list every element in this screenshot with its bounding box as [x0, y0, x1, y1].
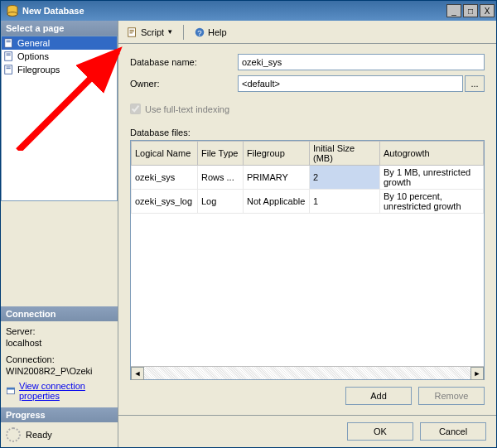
scroll-track[interactable] — [144, 367, 470, 379]
table-row[interactable]: ozeki_sys Rows ... PRIMARY 2 By 1 MB, un… — [132, 166, 484, 190]
scroll-left-button[interactable]: ◄ — [131, 367, 144, 380]
database-files-label: Database files: — [130, 128, 485, 137]
svg-rect-15 — [128, 27, 136, 36]
ok-button[interactable]: OK — [347, 422, 413, 441]
col-filegroup[interactable]: Filegroup — [244, 142, 310, 166]
connection-label: Connection: — [6, 354, 113, 364]
dialog-buttons: OK Cancel — [118, 415, 496, 447]
svg-rect-10 — [5, 65, 12, 75]
window-title: New Database — [22, 6, 446, 16]
scroll-right-button[interactable]: ► — [470, 367, 484, 380]
dbname-input[interactable] — [238, 54, 485, 70]
table-row[interactable]: ozeki_sys_log Log Not Applicable 1 By 10… — [132, 190, 484, 214]
owner-input[interactable] — [238, 75, 463, 92]
svg-text:?: ? — [197, 27, 201, 36]
col-initial-size[interactable]: Initial Size (MB) — [310, 142, 380, 166]
fulltext-label: Use full-text indexing — [145, 104, 229, 114]
help-button[interactable]: ? Help — [191, 25, 230, 40]
page-list: General Options Filegroups — [1, 36, 118, 201]
right-panel: Script ▼ ? Help Database name: Owner: ..… — [118, 21, 496, 447]
script-label: Script — [141, 27, 164, 37]
remove-button: Remove — [418, 387, 485, 405]
col-file-type[interactable]: File Type — [198, 142, 244, 166]
server-value: localhost — [6, 338, 113, 348]
page-label: General — [17, 38, 50, 48]
titlebar: New Database _ □ X — [1, 1, 496, 21]
page-label: Options — [17, 51, 49, 61]
script-icon — [127, 26, 138, 38]
connection-value: WIN2008R2_P\Ozeki — [6, 366, 113, 376]
col-autogrowth[interactable]: Autogrowth — [380, 142, 484, 166]
owner-browse-button[interactable]: ... — [465, 75, 485, 92]
page-options[interactable]: Options — [2, 50, 117, 63]
chevron-down-icon: ▼ — [166, 28, 173, 36]
add-button[interactable]: Add — [345, 387, 412, 405]
close-button[interactable]: X — [480, 4, 495, 17]
progress-header: Progress — [1, 407, 118, 422]
svg-rect-9 — [7, 55, 11, 55]
dialog-window: New Database _ □ X Select a page General… — [0, 0, 497, 448]
col-logical-name[interactable]: Logical Name — [132, 142, 198, 166]
progress-spinner-icon — [6, 427, 21, 442]
toolbar: Script ▼ ? Help — [118, 21, 496, 44]
minimize-button[interactable]: _ — [446, 4, 461, 17]
horizontal-scrollbar[interactable]: ◄ ► — [131, 366, 484, 379]
view-connection-properties-link[interactable]: View connection properties — [19, 381, 113, 401]
page-filegroups[interactable]: Filegroups — [2, 63, 117, 76]
svg-rect-11 — [7, 67, 11, 68]
page-label: Filegroups — [17, 65, 60, 75]
help-label: Help — [208, 27, 227, 37]
progress-status: Ready — [26, 430, 52, 440]
properties-icon — [6, 385, 16, 397]
maximize-button[interactable]: □ — [463, 4, 478, 17]
fulltext-checkbox — [130, 104, 141, 114]
svg-rect-12 — [7, 68, 11, 69]
database-icon — [6, 4, 19, 17]
server-label: Server: — [6, 326, 113, 336]
script-button[interactable]: Script ▼ — [123, 25, 176, 40]
svg-rect-8 — [7, 54, 11, 55]
help-icon: ? — [194, 26, 205, 38]
select-page-header: Select a page — [1, 21, 118, 36]
left-panel: Select a page General Options Filegroups… — [1, 21, 118, 447]
svg-rect-7 — [5, 52, 12, 61]
svg-rect-14 — [7, 388, 15, 389]
cancel-button[interactable]: Cancel — [420, 422, 486, 441]
svg-rect-5 — [7, 41, 11, 41]
svg-rect-6 — [7, 41, 11, 42]
page-icon — [3, 37, 15, 49]
page-general[interactable]: General — [2, 36, 117, 50]
page-icon — [3, 64, 15, 75]
toolbar-separator — [183, 25, 184, 40]
page-icon — [3, 51, 15, 62]
files-grid[interactable]: Logical Name File Type Filegroup Initial… — [130, 140, 485, 380]
svg-rect-4 — [5, 39, 12, 48]
owner-label: Owner: — [130, 79, 238, 89]
connection-header: Connection — [1, 306, 118, 321]
dbname-label: Database name: — [130, 57, 238, 67]
